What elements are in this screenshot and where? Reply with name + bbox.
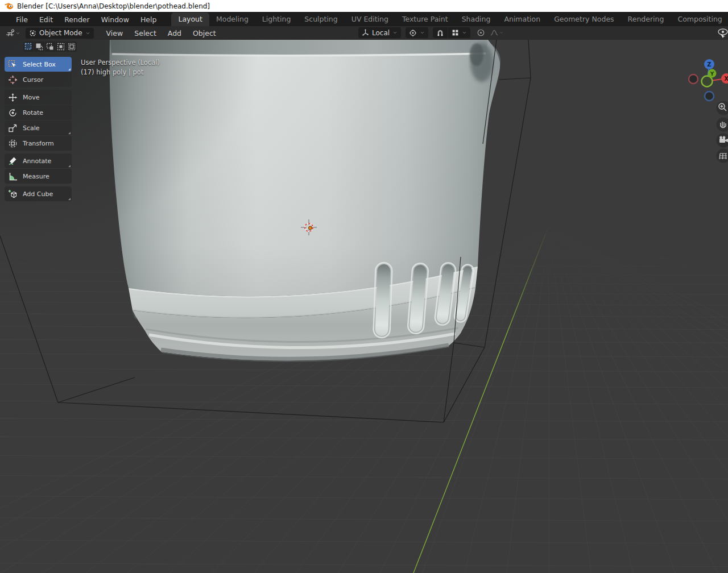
viewport-menu-object[interactable]: Object [187, 27, 222, 39]
top-menubar: FileEditRenderWindowHelp LayoutModelingL… [0, 13, 728, 26]
snap-toggle-button[interactable] [433, 27, 448, 38]
pivot-point-dropdown[interactable] [406, 27, 428, 38]
mode-selector-dropdown[interactable]: Object Mode [26, 28, 94, 39]
menu-render[interactable]: Render [59, 14, 96, 26]
select-mode-set-button[interactable] [23, 41, 34, 52]
scale-icon [8, 123, 18, 133]
gizmo-axis-neg-x[interactable] [689, 74, 698, 84]
menu-edit[interactable]: Edit [34, 14, 59, 26]
tool-move-button[interactable]: Move [5, 90, 72, 105]
grid-ortho-icon[interactable] [717, 149, 728, 163]
transform-icon [8, 139, 18, 148]
viewport-header: Object Mode ViewSelectAddObject Local [0, 26, 728, 40]
add-cube-icon [8, 189, 18, 199]
pot-inner-top [110, 40, 487, 55]
select-mode-subtract-button[interactable] [45, 41, 55, 52]
select-mode-intersect-button[interactable] [67, 41, 77, 52]
pan-hand-icon[interactable] [717, 118, 728, 132]
snap-target-dropdown[interactable] [448, 27, 470, 38]
svg-text:Y: Y [710, 71, 714, 77]
tool-label: Annotate [23, 157, 51, 165]
app-menus: FileEditRenderWindowHelp [10, 14, 162, 26]
blender-logo-icon [4, 2, 14, 10]
select-mode-extend-button[interactable] [34, 41, 44, 52]
gizmo-axis-z[interactable]: Z [704, 59, 714, 69]
viewport-menu-add[interactable]: Add [162, 27, 187, 39]
transform-orientation-dropdown[interactable]: Local [358, 27, 401, 38]
cursor-tool-icon [8, 75, 18, 85]
viewport-menu-view[interactable]: View [101, 27, 129, 39]
menu-window[interactable]: Window [96, 14, 135, 26]
workspace-tab-shading[interactable]: Shading [455, 13, 498, 26]
workspace-tabs: LayoutModelingLightingSculptingUV Editin… [171, 13, 728, 26]
header-center-controls: Local [358, 27, 506, 38]
viewport-nav-buttons [717, 101, 728, 163]
window-titlebar: Blender [C:\Users\Anna\Desktop\blender\p… [0, 0, 728, 13]
workspace-tab-geometry-nodes[interactable]: Geometry Nodes [547, 13, 621, 26]
measure-icon [8, 172, 18, 181]
tool-measure-button[interactable]: Measure [5, 169, 72, 184]
tool-label: Cursor [23, 76, 43, 84]
svg-text:X: X [724, 76, 728, 82]
workspace-tab-layout[interactable]: Layout [171, 13, 209, 26]
pot-object[interactable] [102, 40, 506, 362]
zoom-icon[interactable] [717, 101, 728, 115]
proportional-falloff-icon [490, 28, 499, 37]
workspace-tab-modeling[interactable]: Modeling [209, 13, 255, 26]
3d-viewport[interactable]: Z Y X Select BoxCursorMoveRotateScaleTra… [0, 40, 728, 573]
gizmo-center[interactable] [702, 76, 713, 87]
tool-label: Select Box [23, 61, 56, 68]
tool-add-cube-button[interactable]: Add Cube [5, 186, 72, 201]
workspace-tab-sculpting[interactable]: Sculpting [297, 13, 344, 26]
viewport-menu-select[interactable]: Select [129, 27, 162, 39]
menu-file[interactable]: File [10, 14, 34, 26]
menu-help[interactable]: Help [135, 14, 163, 26]
camera-view-icon[interactable] [717, 134, 728, 148]
tool-scale-button[interactable]: Scale [5, 121, 72, 135]
tool-label: Add Cube [23, 190, 53, 198]
pivot-point-icon [409, 29, 417, 37]
navigation-gizmo[interactable]: Z Y X [689, 59, 728, 101]
rotate-icon [8, 108, 18, 118]
tool-label: Move [23, 94, 40, 101]
mode-selector-label: Object Mode [39, 29, 82, 37]
proportional-editing-icon[interactable] [475, 27, 487, 38]
select-mode-invert-button[interactable] [56, 41, 66, 52]
subtool-indicator [68, 132, 71, 134]
object-visibility-icon[interactable] [714, 27, 728, 38]
gizmo-axis-neg-z[interactable] [705, 92, 714, 101]
tool-rotate-button[interactable]: Rotate [5, 105, 72, 120]
move-icon [8, 93, 18, 102]
viewport-menus: ViewSelectAddObject [101, 27, 222, 39]
gizmo-axis-x[interactable]: X [721, 73, 728, 84]
tool-annotate-button[interactable]: Annotate [5, 153, 72, 168]
workspace-tab-rendering[interactable]: Rendering [621, 13, 671, 26]
tool-label: Measure [23, 173, 49, 180]
tool-transform-button[interactable]: Transform [5, 136, 72, 151]
transform-orientation-icon [362, 29, 369, 36]
subtool-indicator [68, 165, 71, 167]
transform-orientation-label: Local [372, 29, 390, 37]
tool-label: Scale [23, 124, 40, 132]
select-box-icon [8, 60, 18, 69]
subtool-indicator [68, 198, 71, 200]
tool-label: Rotate [23, 109, 43, 117]
object-mode-icon [29, 30, 36, 37]
tool-select-box-button[interactable]: Select Box [5, 57, 72, 72]
blender-window: { "window_title": "Blender [C:\\Users\\A… [0, 0, 728, 573]
workspace-tab-animation[interactable]: Animation [497, 13, 547, 26]
tool-label: Transform [23, 140, 54, 147]
subtool-indicator [68, 68, 71, 70]
workspace-tab-uv-editing[interactable]: UV Editing [345, 13, 395, 26]
snap-magnet-icon [436, 29, 444, 37]
workspace-tab-lighting[interactable]: Lighting [255, 13, 298, 26]
svg-text:Z: Z [707, 61, 711, 68]
editor-type-3d-viewport-icon[interactable] [3, 28, 22, 39]
workspace-tab-texture-paint[interactable]: Texture Paint [395, 13, 455, 26]
tool-cursor-button[interactable]: Cursor [5, 72, 72, 87]
object-origin-dot [309, 226, 312, 230]
proportional-falloff-dropdown[interactable] [488, 27, 506, 38]
gizmo-axis-y[interactable]: Y [708, 69, 717, 78]
workspace-tab-compositing[interactable]: Compositing [671, 13, 728, 26]
3d-viewport-canvas[interactable]: Z Y X [0, 40, 728, 573]
